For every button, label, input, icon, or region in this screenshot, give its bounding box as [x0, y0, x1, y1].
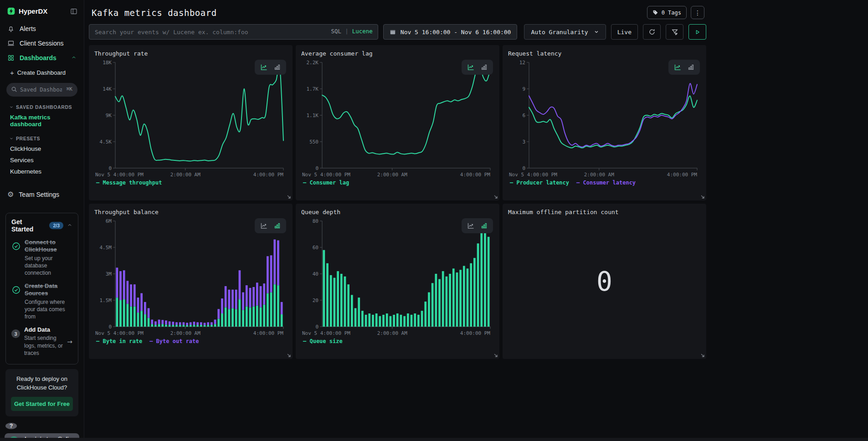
clickhouse-cloud-promo: Ready to deploy on ClickHouse Cloud? Get… — [5, 369, 78, 416]
resize-handle-icon[interactable] — [287, 353, 291, 358]
sidebar-item-clickhouse[interactable]: ClickHouse — [0, 143, 84, 154]
line-chart-icon[interactable] — [467, 63, 475, 71]
bar-chart-icon[interactable] — [481, 222, 488, 229]
event-search: SQL | Lucene — [89, 24, 378, 40]
laptop-icon — [7, 40, 15, 47]
chart-plot: 020406080Nov 5 4:00:00 PM2:00:00 AM4:00:… — [301, 215, 494, 338]
svg-text:1.1K: 1.1K — [307, 113, 319, 118]
line-chart-icon[interactable] — [260, 63, 268, 71]
svg-text:2:00:00 AM: 2:00:00 AM — [170, 172, 201, 178]
sidebar-item-kubernetes[interactable]: Kubernetes — [0, 166, 84, 177]
chart-legend: — Byte in rate— Byte out rate — [94, 338, 287, 344]
svg-text:9: 9 — [522, 86, 525, 92]
chart-type-toggle — [255, 60, 286, 75]
step-title: Create Data Sources — [25, 282, 66, 297]
svg-text:3M: 3M — [106, 271, 112, 277]
refresh-icon — [648, 28, 656, 36]
svg-text:0: 0 — [108, 165, 112, 171]
bar-chart-icon[interactable] — [274, 64, 281, 71]
lucene-toggle[interactable]: Lucene — [352, 28, 373, 35]
svg-text:Nov 5 4:00:00 PM: Nov 5 4:00:00 PM — [509, 172, 557, 178]
line-chart-icon[interactable] — [467, 222, 475, 230]
saved-dashboards-section-header[interactable]: SAVED DASHBOARDS — [0, 98, 84, 112]
bar-chart-icon[interactable] — [274, 222, 281, 229]
legend-item[interactable]: — Byte out rate — [149, 338, 199, 344]
chevron-up-icon[interactable] — [67, 221, 72, 230]
filter-button[interactable] — [666, 24, 683, 40]
search-icon — [11, 86, 17, 94]
bar-chart-icon[interactable] — [481, 64, 488, 71]
promo-line1: Ready to deploy on — [11, 375, 73, 384]
svg-text:0: 0 — [522, 165, 525, 171]
hyperdx-logo-icon — [7, 7, 15, 15]
get-started-step[interactable]: Connect to ClickHouse Set up your databa… — [11, 239, 72, 277]
legend-item[interactable]: — Consumer lag — [303, 179, 349, 186]
chart-legend: — Producer latency— Consumer latency — [508, 179, 701, 186]
svg-text:0: 0 — [315, 165, 318, 171]
create-dashboard-button[interactable]: + Create Dashboard — [0, 65, 84, 80]
chart-plot: 04.5K9K14K18KNov 5 4:00:00 PM2:00:00 AM4… — [94, 57, 287, 179]
sidebar-item-kafka-dashboard[interactable]: Kafka metrics dashboard — [0, 112, 84, 130]
tags-button[interactable]: 0 Tags — [647, 6, 687, 19]
svg-text:2:00:00 AM: 2:00:00 AM — [377, 172, 408, 178]
chart-type-toggle — [462, 60, 493, 75]
more-menu-button[interactable]: ⋮ — [691, 6, 704, 19]
chart-legend: — Message throughput — [94, 179, 287, 186]
legend-item[interactable]: — Message throughput — [96, 179, 162, 186]
resize-handle-icon[interactable] — [700, 195, 705, 199]
svg-text:2:00:00 AM: 2:00:00 AM — [170, 330, 201, 336]
brand[interactable]: HyperDX — [7, 7, 47, 15]
run-query-button[interactable] — [688, 24, 706, 40]
line-chart-icon[interactable] — [674, 63, 682, 71]
horizontal-scrollbar[interactable] — [0, 438, 868, 441]
live-button[interactable]: Live — [611, 24, 638, 40]
play-icon — [694, 29, 701, 36]
help-button[interactable]: ? — [5, 423, 17, 429]
presets-section-header[interactable]: PRESETS — [0, 130, 84, 143]
line-chart-icon[interactable] — [260, 222, 268, 230]
granularity-select[interactable]: Auto Granularity — [524, 24, 606, 40]
sidebar-item-client-sessions[interactable]: Client Sessions — [0, 36, 84, 51]
sql-toggle[interactable]: SQL — [331, 28, 342, 35]
resize-handle-icon[interactable] — [700, 353, 705, 358]
refresh-button[interactable] — [643, 24, 661, 40]
calendar-icon — [390, 29, 396, 35]
get-started-title: Get Started — [11, 218, 46, 233]
svg-text:12: 12 — [519, 60, 525, 66]
get-started-step[interactable]: 3 Add Data Start sending logs, metrics, … — [11, 326, 72, 357]
svg-text:1.5M: 1.5M — [100, 297, 112, 303]
resize-handle-icon[interactable] — [287, 195, 291, 199]
shortcut-badge: ⌘K — [67, 86, 72, 92]
legend-item[interactable]: — Byte in rate — [96, 338, 142, 344]
filter-edit-icon — [671, 28, 678, 36]
get-started-step[interactable]: Create Data Sources Configure where your… — [11, 282, 72, 320]
date-range-picker[interactable]: Nov 5 16:00:00 - Nov 6 16:00:00 — [383, 24, 518, 40]
main-area: Kafka metrics dashboard 0 Tags ⋮ SQL | L… — [84, 0, 868, 441]
get-started-free-button[interactable]: Get Started for Free — [11, 397, 73, 411]
tag-icon — [652, 10, 658, 15]
chevron-up-icon[interactable] — [71, 54, 77, 62]
sidebar-collapse-icon[interactable] — [70, 8, 77, 15]
check-circle-icon — [11, 282, 21, 320]
page-title: Kafka metrics dashboard — [92, 8, 217, 18]
sidebar-item-alerts[interactable]: Alerts — [0, 21, 84, 36]
chart-title: Maximum offline partition count — [508, 209, 701, 215]
step-title: Connect to ClickHouse — [25, 239, 66, 254]
svg-text:Nov 5 4:00:00 PM: Nov 5 4:00:00 PM — [95, 172, 144, 178]
chevron-down-icon — [9, 105, 14, 109]
chevron-down-icon — [9, 136, 14, 141]
legend-item[interactable]: — Queue size — [303, 338, 343, 344]
svg-text:Nov 5 4:00:00 PM: Nov 5 4:00:00 PM — [95, 330, 144, 336]
kebab-icon: ⋮ — [694, 9, 701, 16]
svg-text:20: 20 — [313, 297, 318, 303]
legend-item[interactable]: — Consumer latency — [576, 179, 636, 186]
bar-chart-icon[interactable] — [688, 64, 694, 71]
resize-handle-icon[interactable] — [493, 353, 498, 358]
legend-item[interactable]: — Producer latency — [510, 179, 569, 186]
resize-handle-icon[interactable] — [493, 195, 498, 199]
saved-dashboards-search: ⌘K — [6, 83, 77, 97]
sidebar-item-team-settings[interactable]: ⚙ Team Settings — [0, 186, 84, 203]
sidebar-item-dashboards[interactable]: Dashboards — [0, 51, 84, 65]
sidebar-item-services[interactable]: Services — [0, 154, 84, 166]
panel-request-latency: Request latency 036912Nov 5 4:00:00 PM2:… — [503, 45, 706, 200]
